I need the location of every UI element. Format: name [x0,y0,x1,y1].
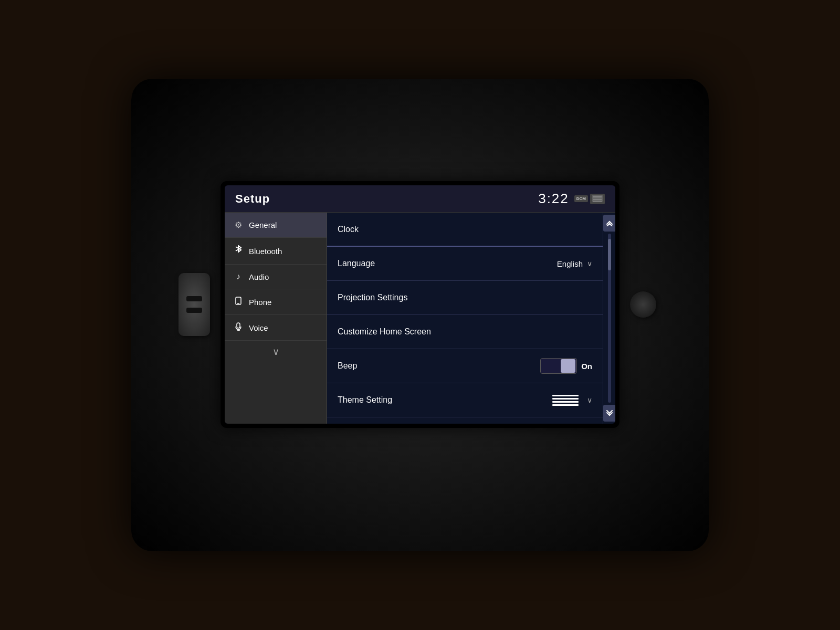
menu-item-projection[interactable]: Projection Settings [327,281,603,315]
language-value: English [557,259,583,268]
gear-icon: ⚙ [233,220,244,230]
sidebar-label-audio: Audio [249,272,269,281]
chevron-down-icon: ∨ [272,346,279,358]
phone-icon [233,297,244,307]
clock-label: Clock [338,225,592,234]
language-value-container: English ∨ [557,259,592,268]
beep-label: Beep [338,361,540,371]
language-dropdown-arrow: ∨ [587,259,592,268]
main-content: ⚙ General Bluetooth ♪ Audio [225,213,615,424]
menu-item-clock[interactable]: Clock [327,213,603,247]
status-icons: DCM [574,194,605,204]
scroll-thumb [608,239,611,270]
sidebar-item-phone[interactable]: Phone [225,289,327,315]
beep-value: On [581,362,592,371]
screen-bezel: Setup 3:22 DCM [220,181,620,428]
customize-label: Customize Home Screen [338,327,592,337]
scrollbar [603,213,615,424]
sidebar-item-bluetooth[interactable]: Bluetooth [225,238,327,265]
dcm-badge-2 [590,194,605,204]
voice-icon [233,322,244,333]
sidebar-more-button[interactable]: ∨ [225,341,327,363]
menu-item-customize[interactable]: Customize Home Screen [327,315,603,349]
toggle-track [540,358,577,374]
header-right: 3:22 DCM [538,191,605,207]
sidebar-item-general[interactable]: ⚙ General [225,213,327,238]
right-knob [630,291,656,318]
audio-icon: ♪ [233,272,244,281]
knob-slot-2 [186,308,202,313]
sidebar-label-phone: Phone [249,298,271,307]
theme-lines-icon [552,395,579,406]
dcm-badge-1: DCM [574,195,588,202]
sidebar-item-audio[interactable]: ♪ Audio [225,265,327,289]
theme-label: Theme Setting [338,395,552,405]
toggle-thumb [561,359,575,373]
menu-item-language[interactable]: Language English ∨ [327,247,603,281]
scroll-track [608,234,611,403]
sidebar: ⚙ General Bluetooth ♪ Audio [225,213,327,424]
clock-display: 3:22 [538,191,569,207]
bluetooth-icon [233,245,244,257]
scroll-up-button[interactable] [603,215,616,232]
sidebar-item-voice[interactable]: Voice [225,315,327,341]
header: Setup 3:22 DCM [225,185,615,213]
menu-item-theme[interactable]: Theme Setting ∨ [327,383,603,417]
knob-slot-1 [186,296,202,301]
screen: Setup 3:22 DCM [225,185,615,424]
sidebar-label-general: General [249,220,277,229]
right-panel-container: Clock Language English ∨ [327,213,615,424]
page-title: Setup [235,192,270,206]
menu-list: Clock Language English ∨ [327,213,603,424]
car-frame: Setup 3:22 DCM [131,79,709,551]
left-knob [178,273,210,336]
menu-item-beep[interactable]: Beep On [327,349,603,383]
theme-value-container: ∨ [552,395,592,406]
language-label: Language [338,259,557,268]
beep-toggle[interactable]: On [540,358,592,374]
right-panel: Clock Language English ∨ [327,213,603,424]
scroll-down-button[interactable] [603,405,616,422]
sidebar-label-bluetooth: Bluetooth [249,247,282,256]
sidebar-label-voice: Voice [249,323,268,332]
theme-dropdown-arrow: ∨ [587,396,592,404]
projection-label: Projection Settings [338,293,592,302]
